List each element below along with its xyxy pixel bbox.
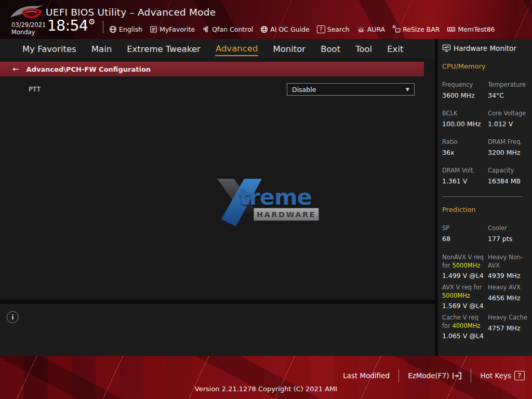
hm-value: 1.012 V: [488, 120, 530, 128]
favorites-list-icon: [150, 25, 157, 33]
main-content-panel: ← Advanced\PCH-FW Configuration PTT Disa…: [0, 58, 435, 300]
ptt-dropdown-value: Disable: [292, 86, 316, 94]
last-modified-label: Last Modified: [343, 371, 390, 380]
panel-separator: [0, 300, 435, 304]
watermark-hardware-text: HARDWARE: [254, 208, 319, 221]
hm-row-bclk-corevoltage: BCLK100.00 MHz Core Voltage1.012 V: [442, 110, 532, 128]
tab-advanced[interactable]: Advanced: [215, 41, 259, 56]
toolbar-label: AI OC Guide: [270, 25, 309, 33]
tab-monitor[interactable]: Monitor: [272, 42, 306, 56]
pred-right-label: Heavy Cache: [488, 314, 530, 322]
last-modified-button[interactable]: Last Modified: [343, 371, 390, 380]
ptt-dropdown[interactable]: Disable ▼: [287, 83, 415, 96]
hm-label: DRAM Freq.: [488, 138, 530, 145]
day-text: Monday: [11, 29, 46, 36]
hm-value: 100.00 MHz: [442, 120, 486, 128]
pred-value: 1.065 V @L4: [442, 332, 486, 340]
toolbar-label: English: [119, 25, 142, 33]
pred-label-highlight: 5000MHz: [442, 292, 470, 299]
hm-label: Capacity: [488, 167, 530, 174]
tab-boot[interactable]: Boot: [320, 42, 341, 56]
prediction-row-nonavx: NonAVX V req for 5000MHz 1.499 V @L4 Hea…: [442, 254, 532, 280]
hardware-monitor-header: Hardware Monitor: [442, 44, 532, 52]
rog-logo-icon: [8, 2, 46, 24]
hm-value: 16384 MB: [488, 177, 530, 185]
breadcrumb: ← Advanced\PCH-FW Configuration: [0, 62, 424, 76]
hardware-monitor-panel: Hardware Monitor CPU/Memory Frequency360…: [438, 39, 532, 356]
tab-exit[interactable]: Exit: [387, 42, 404, 56]
hm-value: 68: [442, 235, 486, 243]
language-button[interactable]: English: [109, 25, 142, 33]
monitor-icon: [442, 44, 451, 52]
toolbar-label: Search: [327, 25, 350, 33]
pred-right-value: 4939 MHz: [488, 272, 530, 280]
hot-keys-button[interactable]: Hot Keys ?: [480, 371, 525, 380]
hm-label: SP: [442, 224, 486, 232]
pred-right-value: 4656 MHz: [488, 294, 530, 302]
ptt-setting-label: PTT: [29, 85, 41, 93]
footer-actions: Last Modified EzMode(F7) Hot Keys ?: [343, 368, 525, 383]
ezmode-label: EzMode(F7): [408, 371, 449, 380]
tab-my-favorites[interactable]: My Favorites: [22, 42, 77, 56]
hm-row-sp-cooler: SP68 Cooler177 pts: [442, 224, 532, 243]
hm-label: Cooler: [488, 224, 530, 232]
aura-button[interactable]: AURA: [357, 25, 385, 33]
cpu-memory-heading: CPU/Memory: [442, 62, 532, 70]
watermark-treme-text: treme: [239, 184, 312, 210]
hm-value: 34°C: [488, 91, 530, 99]
toolbar-label: MemTest86: [458, 25, 495, 33]
breadcrumb-text: Advanced\PCH-FW Configuration: [26, 65, 151, 73]
footer-separator: [471, 369, 471, 382]
hm-label: DRAM Volt.: [442, 167, 486, 174]
date-text: 03/29/2021: [11, 21, 46, 29]
info-icon: i: [7, 311, 19, 323]
hm-row-ratio-dramfreq: Ratio36x DRAM Freq.3200 MHz: [442, 138, 532, 156]
pred-label-prefix: AVX V req for: [442, 284, 482, 291]
question-box-icon: ?: [514, 371, 525, 380]
hm-row-dramvolt-capacity: DRAM Volt.1.361 V Capacity16384 MB: [442, 167, 532, 185]
hm-value: 36x: [442, 149, 486, 156]
toolbar-label: Qfan Control: [212, 25, 253, 33]
ai-oc-guide-button[interactable]: AI OC Guide: [260, 25, 309, 33]
hm-label: Temperature: [488, 81, 530, 88]
version-text: Version 2.21.1278 Copyright (C) 2021 AMI: [0, 385, 532, 393]
pred-value: 1.569 V @L4: [442, 302, 486, 310]
sidebar-divider: [442, 196, 523, 197]
tab-extreme-tweaker[interactable]: Extreme Tweaker: [126, 42, 201, 56]
tab-main[interactable]: Main: [91, 42, 112, 56]
back-arrow-icon[interactable]: ←: [12, 64, 19, 74]
toolbar-label: AURA: [367, 25, 385, 33]
hm-label: Frequency: [442, 81, 486, 88]
myfavorite-button[interactable]: MyFavorite: [150, 25, 195, 33]
time-display: 18:54: [47, 17, 88, 34]
prediction-row-cache: Cache V req for 4000MHz 1.065 V @L4 Heav…: [442, 314, 532, 340]
globe-icon: [109, 25, 117, 33]
hm-value: 3600 MHz: [442, 91, 486, 99]
qfan-control-button[interactable]: Qfan Control: [202, 25, 253, 33]
hm-label: Ratio: [442, 138, 486, 145]
resize-bar-icon: [392, 25, 401, 33]
toolbar-label: MyFavorite: [159, 25, 195, 33]
main-menu-bar: My Favorites Main Extreme Tweaker Advanc…: [0, 39, 435, 58]
prediction-row-avx: AVX V req for 5000MHz 1.569 V @L4 Heavy …: [442, 284, 532, 310]
pred-label-highlight: 4000MHz: [452, 322, 480, 329]
hm-value: 177 pts: [488, 235, 530, 243]
hardware-monitor-title: Hardware Monitor: [454, 44, 516, 52]
ai-sphere-icon: [260, 25, 268, 33]
pred-right-label: Heavy AVX: [488, 284, 530, 292]
app-title: UEFI BIOS Utility – Advanced Mode: [46, 7, 216, 18]
hm-label: Core Voltage: [488, 110, 530, 117]
footer-separator: [398, 369, 399, 382]
bios-screen: UEFI BIOS Utility – Advanced Mode 03/29/…: [0, 0, 532, 399]
pred-right-value: 4757 MHz: [488, 324, 530, 332]
search-button[interactable]: ? Search: [317, 25, 350, 33]
chevron-down-icon: ▼: [406, 87, 409, 92]
tab-tool[interactable]: Tool: [355, 42, 373, 56]
resize-bar-button[interactable]: ReSize BAR: [392, 25, 440, 33]
xtreme-hardware-watermark: treme HARDWARE: [212, 178, 324, 228]
memtest86-button[interactable]: MemTest86: [447, 25, 495, 33]
time-settings-gear-icon[interactable]: ⚙: [88, 17, 95, 26]
ezmode-button[interactable]: EzMode(F7): [408, 371, 462, 380]
hot-keys-label: Hot Keys: [480, 371, 511, 380]
header-divider: [103, 21, 103, 33]
